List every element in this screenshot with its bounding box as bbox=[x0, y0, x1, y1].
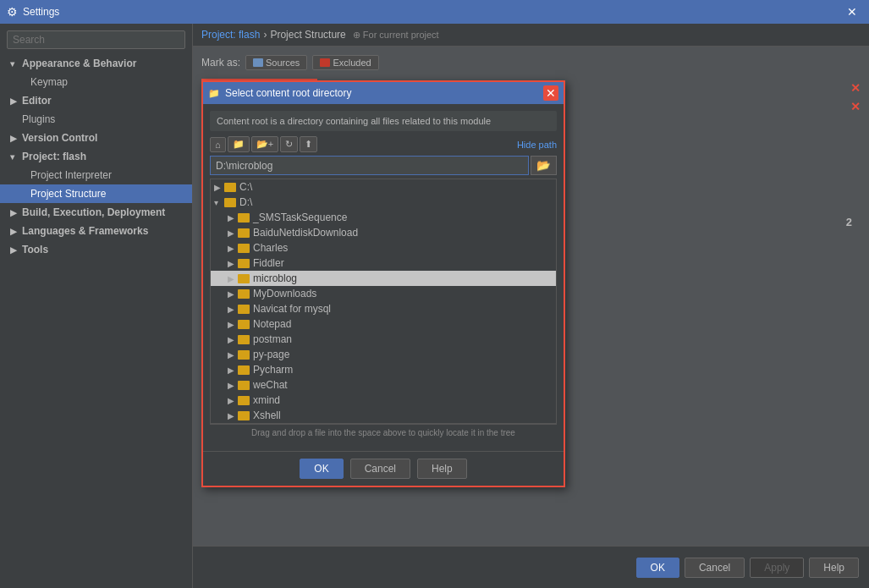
dialog-toolbar: ⌂ 📁 📂+ ↻ ⬆ Hide path bbox=[210, 136, 557, 152]
tree-item-c[interactable]: ▶ C:\ bbox=[211, 179, 556, 195]
folder-icon-xshell bbox=[238, 411, 250, 420]
folder-icon-mydownloads bbox=[238, 289, 250, 299]
sidebar-item-label-editor: Editor bbox=[22, 95, 52, 107]
sidebar-item-label-tools: Tools bbox=[22, 244, 48, 256]
sidebar-item-version-control[interactable]: ▶ Version Control bbox=[0, 129, 192, 147]
toolbar-up-button[interactable]: ⬆ bbox=[300, 136, 317, 152]
apply-button[interactable]: Apply bbox=[750, 558, 804, 578]
ok-button[interactable]: OK bbox=[636, 558, 679, 578]
breadcrumb-project[interactable]: Project: flash bbox=[201, 29, 260, 41]
tree-item-microblog[interactable]: ▶ microblog bbox=[211, 271, 556, 286]
folder-icon-postman bbox=[238, 335, 250, 344]
expand-arrow-project: ▾ bbox=[10, 152, 19, 162]
expand-arrow-vc: ▶ bbox=[10, 134, 19, 143]
tree-item-notepad[interactable]: ▶ Notepad bbox=[211, 316, 556, 332]
tree-item-baidu[interactable]: ▶ BaiduNetdiskDownload bbox=[211, 225, 556, 240]
folder-icon-baidu bbox=[238, 228, 250, 238]
tree-item-postman[interactable]: ▶ postman bbox=[211, 332, 556, 347]
folder-icon-d bbox=[224, 198, 236, 207]
tree-arrow-d: ▾ bbox=[214, 198, 224, 207]
tree-item-charles[interactable]: ▶ Charles bbox=[211, 240, 556, 256]
path-browse-button[interactable]: 📂 bbox=[531, 156, 557, 175]
tree-item-pycharm[interactable]: ▶ Pycharm bbox=[211, 362, 556, 377]
toolbar-home-button[interactable]: ⌂ bbox=[210, 137, 226, 152]
tree-item-wechat[interactable]: ▶ weChat bbox=[211, 377, 556, 393]
dialog-close-button[interactable]: ✕ bbox=[543, 85, 558, 101]
tree-item-xshell[interactable]: ▶ Xshell bbox=[211, 408, 556, 423]
tree-label-microblog: microblog bbox=[253, 272, 297, 284]
sidebar-item-project-interpreter[interactable]: Project Interpreter bbox=[0, 166, 192, 184]
expand-arrow-lang: ▶ bbox=[10, 227, 19, 236]
expand-arrow-editor: ▶ bbox=[10, 96, 19, 106]
tree-label-pycharm: Pycharm bbox=[253, 364, 293, 376]
sidebar-item-project-flash[interactable]: ▾ Project: flash bbox=[0, 147, 192, 166]
sidebar-item-label-vc: Version Control bbox=[22, 132, 97, 144]
dialog-cancel-button[interactable]: Cancel bbox=[350, 459, 410, 479]
path-input[interactable] bbox=[210, 156, 529, 175]
tree-arrow-sms: ▶ bbox=[228, 213, 238, 223]
dialog-overlay: 📁 Select content root directory ✕ Conten… bbox=[193, 47, 869, 546]
help-button[interactable]: Help bbox=[809, 558, 859, 578]
sidebar-item-label-pi: Project Interpreter bbox=[30, 169, 112, 181]
sidebar-item-keymap[interactable]: Keymap bbox=[0, 73, 192, 91]
tree-item-d[interactable]: ▾ D:\ bbox=[211, 195, 556, 210]
folder-icon-wechat bbox=[238, 381, 250, 390]
sidebar-item-label-plugins: Plugins bbox=[22, 113, 55, 125]
dialog-body: Content root is a directory containing a… bbox=[203, 104, 564, 448]
tree-label-sms: _SMSTaskSequence bbox=[253, 212, 347, 223]
sidebar-item-build[interactable]: ▶ Build, Execution, Deployment bbox=[0, 203, 192, 222]
file-tree[interactable]: ▶ C:\ ▾ D:\ bbox=[210, 179, 557, 424]
sidebar-item-label-keymap: Keymap bbox=[30, 76, 68, 88]
window-close-button[interactable]: ✕ bbox=[842, 3, 862, 20]
sidebar-item-appearance[interactable]: ▾ Appearance & Behavior bbox=[0, 54, 192, 73]
tree-item-sms[interactable]: ▶ _SMSTaskSequence bbox=[211, 210, 556, 225]
tree-label-mydownloads: MyDownloads bbox=[253, 288, 316, 299]
breadcrumb-separator: › bbox=[263, 29, 267, 41]
sidebar-item-label-project: Project: flash bbox=[22, 151, 86, 162]
folder-icon-fiddler bbox=[238, 259, 250, 268]
dialog-help-button[interactable]: Help bbox=[417, 459, 467, 479]
sidebar-item-label-appearance: Appearance & Behavior bbox=[22, 58, 136, 69]
tree-item-mydownloads[interactable]: ▶ MyDownloads bbox=[211, 286, 556, 301]
tree-label-postman: postman bbox=[253, 333, 292, 345]
dialog-ok-button[interactable]: OK bbox=[300, 459, 343, 479]
search-box[interactable] bbox=[7, 30, 185, 49]
sidebar-item-project-structure[interactable]: Project Structure bbox=[0, 184, 192, 203]
folder-icon-navicat bbox=[238, 305, 250, 314]
search-input[interactable] bbox=[13, 34, 179, 46]
tree-arrow-microblog: ▶ bbox=[228, 274, 238, 283]
toolbar-refresh-button[interactable]: ↻ bbox=[280, 136, 298, 152]
sidebar-item-plugins[interactable]: Plugins bbox=[0, 110, 192, 129]
breadcrumb-info: ⊕ For current project bbox=[353, 30, 439, 41]
tree-item-navicat[interactable]: ▶ Navicat for mysql bbox=[211, 301, 556, 316]
title-bar: ⚙ Settings ✕ bbox=[0, 0, 869, 24]
cancel-button[interactable]: Cancel bbox=[685, 558, 745, 578]
window-title: Settings bbox=[23, 6, 842, 18]
sidebar-item-tools[interactable]: ▶ Tools bbox=[0, 240, 192, 259]
tree-arrow-py-page: ▶ bbox=[228, 350, 238, 360]
tree-item-py-page[interactable]: ▶ py-page bbox=[211, 347, 556, 362]
sidebar-item-languages[interactable]: ▶ Languages & Frameworks bbox=[0, 222, 192, 240]
tree-arrow-pycharm: ▶ bbox=[228, 365, 238, 375]
tree-label-notepad: Notepad bbox=[253, 318, 291, 330]
folder-icon-microblog bbox=[238, 274, 250, 283]
sidebar-item-editor[interactable]: ▶ Editor bbox=[0, 91, 192, 110]
tree-label-c: C:\ bbox=[239, 181, 252, 193]
toolbar-new-folder-button[interactable]: 📂+ bbox=[251, 136, 278, 152]
folder-icon-c bbox=[224, 183, 236, 192]
tree-label-wechat: weChat bbox=[253, 379, 288, 391]
tree-item-fiddler[interactable]: ▶ Fiddler bbox=[211, 256, 556, 271]
expand-arrow-appearance: ▾ bbox=[10, 59, 19, 69]
settings-window: ⚙ Settings ✕ ▾ Appearance & Behavior Key… bbox=[0, 0, 869, 588]
hide-path-link[interactable]: Hide path bbox=[517, 140, 557, 150]
folder-icon-sms bbox=[238, 213, 250, 223]
tree-item-xmind[interactable]: ▶ xmind bbox=[211, 393, 556, 408]
expand-arrow-build: ▶ bbox=[10, 208, 19, 217]
tree-label-xshell: Xshell bbox=[253, 409, 281, 421]
folder-icon-py-page bbox=[238, 350, 250, 360]
sidebar-item-label-lang: Languages & Frameworks bbox=[22, 225, 148, 237]
toolbar-folder-button[interactable]: 📁 bbox=[228, 136, 250, 152]
tree-label-baidu: BaiduNetdiskDownload bbox=[253, 227, 358, 239]
tree-arrow-postman: ▶ bbox=[228, 335, 238, 344]
tree-arrow-baidu: ▶ bbox=[228, 228, 238, 238]
